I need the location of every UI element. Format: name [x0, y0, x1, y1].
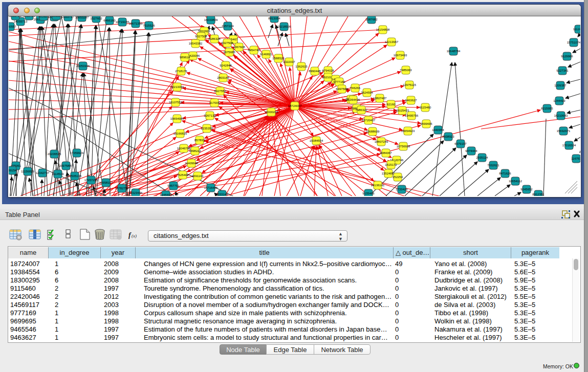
svg-text:7485063: 7485063 — [400, 69, 412, 72]
svg-text:17359924: 17359924 — [70, 151, 84, 155]
svg-text:1615172: 1615172 — [385, 163, 397, 166]
svg-text:252254: 252254 — [393, 176, 403, 179]
svg-text:1322037: 1322037 — [283, 60, 295, 63]
svg-text:10958107: 10958107 — [99, 181, 113, 184]
svg-text:8938923: 8938923 — [442, 135, 454, 138]
svg-text:39154: 39154 — [9, 169, 17, 172]
svg-text:9129966: 9129966 — [561, 55, 573, 58]
svg-text:8912351: 8912351 — [532, 193, 545, 196]
svg-text:9146821: 9146821 — [260, 53, 272, 56]
svg-text:8186328: 8186328 — [208, 37, 221, 40]
svg-text:16033809: 16033809 — [204, 18, 218, 21]
svg-text:2718176: 2718176 — [175, 70, 187, 73]
svg-text:2055713: 2055713 — [9, 16, 21, 17]
svg-text:6466160: 6466160 — [103, 19, 116, 22]
svg-text:10719155: 10719155 — [116, 20, 129, 24]
svg-text:20053346: 20053346 — [76, 64, 90, 68]
svg-text:1244419: 1244419 — [553, 99, 565, 102]
svg-text:18807249: 18807249 — [375, 140, 388, 143]
svg-text:20206535: 20206535 — [48, 152, 61, 156]
svg-text:7625402: 7625402 — [177, 173, 189, 177]
svg-text:10756928: 10756928 — [397, 145, 410, 148]
svg-text:1440954: 1440954 — [432, 128, 444, 132]
svg-text:21364436: 21364436 — [346, 98, 360, 101]
svg-text:9463627: 9463627 — [405, 99, 417, 102]
svg-text:6579197: 6579197 — [454, 142, 467, 145]
svg-text:8813054: 8813054 — [268, 17, 280, 20]
svg-text:19218506: 19218506 — [277, 25, 291, 28]
svg-text:2103717: 2103717 — [62, 16, 74, 18]
svg-text:1209387: 1209387 — [554, 84, 567, 87]
svg-text:19384554: 19384554 — [310, 139, 323, 142]
svg-text:12213369: 12213369 — [170, 85, 184, 89]
svg-text:9135466: 9135466 — [362, 192, 375, 195]
svg-text:10973493: 10973493 — [394, 54, 407, 57]
svg-text:13495756: 13495756 — [405, 114, 419, 117]
svg-text:12975115: 12975115 — [403, 83, 417, 86]
svg-text:9777169: 9777169 — [333, 80, 345, 83]
svg-text:1235359: 1235359 — [201, 127, 213, 130]
svg-text:11409948: 11409948 — [185, 162, 199, 165]
svg-text:8454749: 8454749 — [248, 49, 260, 52]
svg-text:12323446: 12323446 — [129, 191, 143, 194]
svg-text:15716485: 15716485 — [204, 186, 218, 189]
svg-text:965328: 965328 — [38, 16, 49, 18]
svg-text:1691144: 1691144 — [192, 174, 204, 178]
svg-text:1112480: 1112480 — [573, 28, 580, 31]
svg-text:15751074: 15751074 — [567, 41, 580, 44]
svg-text:16107553: 16107553 — [169, 101, 183, 104]
svg-text:12505135: 12505135 — [68, 174, 82, 178]
svg-text:9699695: 9699695 — [420, 122, 432, 125]
svg-text:9084067: 9084067 — [380, 151, 392, 155]
svg-text:9245691: 9245691 — [160, 193, 172, 196]
svg-text:62160: 62160 — [387, 103, 396, 106]
svg-text:989614: 989614 — [180, 56, 190, 59]
svg-text:9327505: 9327505 — [195, 35, 207, 38]
svg-text:16210643: 16210643 — [554, 114, 568, 117]
svg-text:2803144: 2803144 — [217, 76, 229, 79]
svg-text:10653287: 10653287 — [75, 16, 89, 19]
svg-text:(x): (x) — [132, 233, 137, 238]
svg-text:7986322: 7986322 — [355, 108, 367, 112]
svg-text:12342737: 12342737 — [36, 171, 50, 174]
svg-text:746266: 746266 — [350, 86, 361, 90]
svg-text:9327508: 9327508 — [221, 41, 233, 45]
svg-text:19654985: 19654985 — [170, 117, 184, 120]
svg-text:17016504: 17016504 — [562, 144, 576, 147]
svg-text:3624554: 3624554 — [361, 91, 373, 94]
svg-text:3498222: 3498222 — [189, 149, 201, 152]
svg-text:2935114: 2935114 — [476, 156, 489, 159]
svg-text:9245652: 9245652 — [520, 188, 533, 191]
svg-text:10671355: 10671355 — [129, 22, 143, 25]
svg-text:3675685: 3675685 — [223, 51, 235, 54]
svg-text:116753: 116753 — [571, 157, 580, 160]
svg-text:17957255: 17957255 — [84, 179, 98, 182]
svg-text:10688609: 10688609 — [366, 130, 380, 133]
svg-text:1940557: 1940557 — [9, 25, 16, 28]
svg-text:7191556: 7191556 — [50, 16, 62, 17]
svg-text:9474444: 9474444 — [465, 149, 477, 152]
svg-text:1527602: 1527602 — [90, 17, 102, 20]
svg-text:12213967: 12213967 — [385, 40, 399, 43]
svg-text:1733426: 1733426 — [396, 188, 408, 191]
svg-text:3267130: 3267130 — [204, 114, 216, 117]
svg-text:9115460: 9115460 — [420, 106, 432, 109]
svg-text:1114519: 1114519 — [52, 172, 64, 176]
svg-text:2367608: 2367608 — [233, 46, 245, 49]
svg-text:1588520: 1588520 — [272, 57, 285, 60]
svg-text:16648784: 16648784 — [447, 50, 461, 53]
svg-text:857833: 857833 — [194, 139, 205, 142]
svg-text:7357224: 7357224 — [222, 25, 234, 28]
svg-text:6794028: 6794028 — [322, 69, 334, 72]
svg-text:8215955: 8215955 — [541, 107, 553, 110]
svg-text:19654923: 19654923 — [401, 129, 415, 133]
svg-text:10025433: 10025433 — [396, 109, 409, 112]
svg-text:15720407: 15720407 — [362, 119, 376, 122]
svg-text:19166825: 19166825 — [173, 132, 187, 135]
svg-text:8990448: 8990448 — [309, 70, 321, 73]
svg-text:16543382: 16543382 — [189, 42, 203, 45]
svg-text:15692971: 15692971 — [557, 129, 571, 133]
svg-text:16154808: 16154808 — [376, 28, 390, 31]
svg-text:15300203: 15300203 — [265, 111, 278, 114]
svg-text:8471626: 8471626 — [499, 172, 511, 175]
